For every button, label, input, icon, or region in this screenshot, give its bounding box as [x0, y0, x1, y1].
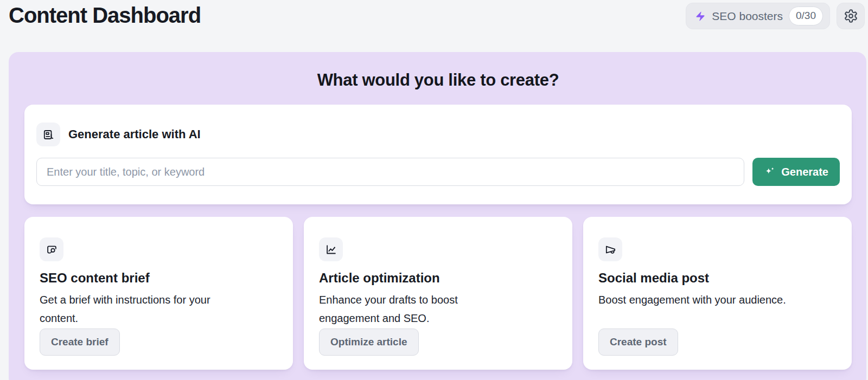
- card-title: Article optimization: [319, 270, 440, 286]
- create-post-button[interactable]: Create post: [598, 329, 678, 356]
- generate-article-card: Generate article with AI Generate: [24, 105, 852, 204]
- gear-icon: [844, 9, 858, 23]
- seo-boosters-badge[interactable]: SEO boosters 0/30: [686, 3, 830, 29]
- bolt-icon: [695, 11, 706, 22]
- card-description: Enhance your drafts to boost engagement …: [319, 291, 458, 327]
- topbar-actions: SEO boosters 0/30: [686, 2, 865, 29]
- card-title: Social media post: [598, 270, 709, 286]
- generate-card-header: Generate article with AI: [36, 123, 840, 146]
- social-media-post-card: Social media post Boost engagement with …: [583, 217, 852, 370]
- topic-input[interactable]: [36, 158, 744, 186]
- create-brief-button[interactable]: Create brief: [40, 329, 120, 356]
- article-optimization-card: Article optimization Enhance your drafts…: [304, 217, 572, 370]
- create-panel: What would you like to create? Generate …: [9, 52, 866, 380]
- boosters-count: 0/30: [789, 7, 823, 25]
- generate-card-title: Generate article with AI: [68, 127, 201, 141]
- generate-input-row: Generate: [36, 158, 840, 186]
- settings-button[interactable]: [837, 3, 865, 29]
- generate-button[interactable]: Generate: [752, 158, 840, 186]
- megaphone-icon: [598, 237, 622, 261]
- option-cards: SEO content brief Get a brief with instr…: [24, 217, 852, 370]
- generate-button-label: Generate: [781, 166, 828, 178]
- content-dashboard-page: Content Dashboard SEO boosters 0/30: [0, 0, 868, 380]
- panel-heading: What would you like to create?: [24, 70, 852, 90]
- line-chart-icon: [319, 237, 343, 261]
- card-description: Get a brief with instructions for your c…: [40, 291, 210, 327]
- file-search-icon: [40, 237, 63, 261]
- sparkles-icon: [764, 166, 776, 178]
- page-title: Content Dashboard: [9, 3, 201, 27]
- card-title: SEO content brief: [40, 270, 150, 286]
- card-description: Boost engagement with your audience.: [598, 291, 786, 309]
- article-icon: [36, 123, 60, 146]
- topbar: Content Dashboard SEO boosters 0/30: [0, 0, 868, 41]
- optimize-article-button[interactable]: Optimize article: [319, 329, 419, 356]
- seo-content-brief-card: SEO content brief Get a brief with instr…: [24, 217, 293, 370]
- boosters-label: SEO boosters: [712, 10, 783, 23]
